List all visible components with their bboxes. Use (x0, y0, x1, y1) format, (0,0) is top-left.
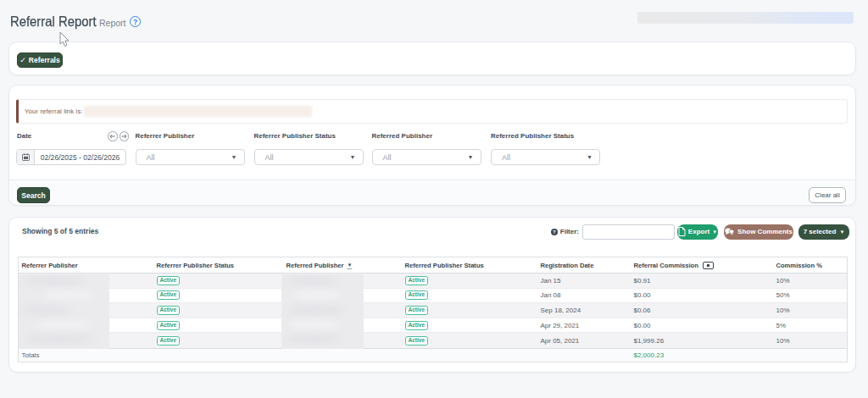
cell-referred-status: Active (402, 321, 537, 330)
status-badge: Active (405, 306, 429, 315)
filter-input[interactable] (582, 224, 675, 240)
col-header-referrer-publisher[interactable]: Referrer Publisher (19, 262, 153, 269)
selected-caret-icon: ▼ (839, 229, 844, 235)
status-badge: Active (157, 336, 181, 345)
cell-commission-pct: 50% (773, 291, 849, 299)
col-header-commission-pct[interactable]: Commission % (773, 262, 849, 269)
mouse-cursor-icon (59, 32, 70, 48)
referrals-tab[interactable]: ✓ Referrals (17, 53, 63, 68)
date-nav-arrows (108, 131, 129, 141)
select-label-3: Referred Publisher Status (491, 132, 574, 140)
status-badge: Active (157, 306, 181, 315)
table-row-1: ActiveActiveJan 08$0.0050% (19, 289, 847, 304)
cell-registration-date: Apr 29, 2021 (537, 322, 631, 329)
table-row-0: ActiveActiveJan 15$0.9110% (19, 274, 847, 289)
filter-label: Filter: (560, 228, 579, 235)
select-3[interactable]: All▼ (491, 149, 600, 165)
col-header-referred-publisher-status[interactable]: Referred Publisher Status (402, 262, 537, 269)
cell-referred-status: Active (402, 306, 537, 315)
cell-commission-pct: 10% (773, 337, 849, 345)
referrals-table: Referrer Publisher Referrer Publisher St… (18, 257, 848, 362)
show-comments-label: Show Comments (737, 228, 793, 235)
status-badge: Active (157, 276, 181, 285)
clear-all-button[interactable]: Clear all (809, 187, 846, 203)
totals-row: Totals $2,000.23 (19, 348, 847, 362)
totals-label: Totals (19, 351, 153, 359)
filters-card: Your referral link is: Date 02/26/2025 - (8, 85, 856, 206)
select-value-3: All (502, 153, 510, 162)
filter-help-icon[interactable]: ? (551, 229, 558, 235)
showing-entries-text: Showing 5 of 5 entries (22, 227, 98, 235)
table-header-row: Referrer Publisher Referrer Publisher St… (19, 257, 847, 274)
cell-referral-commission: $0.00 (631, 291, 773, 299)
page-subtitle: Report (99, 18, 126, 28)
cell-referral-commission: $1,999.26 (631, 337, 773, 345)
cell-registration-date: Jan 08 (537, 291, 631, 299)
select-label-2: Referred Publisher (372, 132, 433, 140)
selected-label: 7 selected (804, 228, 837, 235)
status-badge: Active (405, 290, 429, 300)
help-icon[interactable]: ? (130, 16, 141, 27)
select-caret-icon-0: ▼ (231, 154, 237, 160)
date-range-input[interactable]: 02/26/2025 - 02/26/2026 (16, 149, 126, 165)
results-card: Showing 5 of 5 entries ? Filter: Export … (8, 217, 856, 373)
col-header-referrer-publisher-status[interactable]: Referrer Publisher Status (153, 262, 283, 269)
select-value-1: All (265, 153, 274, 162)
col-header-referred-publisher[interactable]: Referred Publisher▼ (283, 262, 402, 269)
totals-amount: $2,000.23 (631, 351, 773, 359)
cell-registration-date: Sep 18, 2024 (537, 307, 631, 314)
cell-referred-status: Active (402, 276, 537, 285)
select-value-2: All (383, 153, 392, 162)
select-2[interactable]: All▼ (372, 149, 481, 165)
cell-commission-pct: 5% (773, 322, 849, 329)
referral-link-label: Your referral link is: (25, 108, 83, 115)
status-badge: Active (157, 290, 181, 300)
redacted-referred-publisher-column (281, 274, 364, 349)
col-header-referral-commission[interactable]: Referral Commission (631, 262, 773, 269)
col-header-registration-date[interactable]: Registration Date (537, 262, 631, 269)
redacted-referral-link (84, 106, 312, 117)
file-icon (678, 227, 686, 236)
tabs-card: ✓ Referrals (8, 41, 856, 75)
show-comments-button[interactable]: Show Comments (724, 224, 793, 240)
referrals-tab-label: Referrals (29, 56, 60, 64)
cell-referrer-status: Active (153, 321, 283, 330)
cell-commission-pct: 10% (773, 307, 849, 314)
cell-referral-commission: $0.06 (631, 307, 773, 314)
comments-icon (725, 228, 734, 235)
cell-registration-date: Jan 15 (537, 277, 631, 285)
select-1[interactable]: All▼ (254, 149, 364, 165)
cell-referrer-status: Active (153, 306, 283, 315)
cell-referral-commission: $0.00 (631, 322, 773, 329)
money-icon (703, 262, 714, 269)
page-title: Referral Report (10, 14, 97, 30)
columns-selected-button[interactable]: 7 selected ▼ (798, 224, 849, 240)
prev-period-button[interactable] (108, 131, 118, 141)
export-label: Export (688, 228, 709, 235)
cell-referred-status: Active (402, 336, 537, 345)
cell-commission-pct: 10% (773, 277, 849, 285)
export-button[interactable]: Export ▼ (677, 224, 718, 240)
search-button[interactable]: Search (17, 187, 50, 203)
select-0[interactable]: All▼ (136, 149, 245, 165)
next-period-button[interactable] (120, 131, 130, 141)
select-value-0: All (147, 153, 155, 162)
referral-link-alert: Your referral link is: (16, 99, 848, 124)
arrow-left-icon (109, 134, 115, 139)
status-badge: Active (157, 321, 181, 330)
redacted-top-bar (637, 12, 854, 24)
select-label-1: Referrer Publisher Status (254, 132, 336, 140)
cell-referred-status: Active (402, 290, 537, 300)
table-toolbar: ? Filter: Export ▼ Show Comments 7 selec… (551, 224, 849, 240)
table-row-4: ActiveActiveApr 05, 2021$1,999.2610% (19, 333, 847, 348)
status-badge: Active (405, 336, 429, 345)
sort-desc-icon: ▼ (347, 263, 352, 268)
check-icon: ✓ (19, 56, 26, 64)
export-caret-icon: ▼ (712, 229, 717, 235)
table-row-3: ActiveActiveApr 29, 2021$0.005% (19, 318, 847, 334)
cell-referrer-status: Active (153, 276, 283, 285)
cell-registration-date: Apr 05, 2021 (537, 337, 631, 345)
date-label: Date (17, 132, 31, 140)
cell-referrer-status: Active (153, 290, 283, 300)
cell-referral-commission: $0.91 (631, 277, 773, 285)
